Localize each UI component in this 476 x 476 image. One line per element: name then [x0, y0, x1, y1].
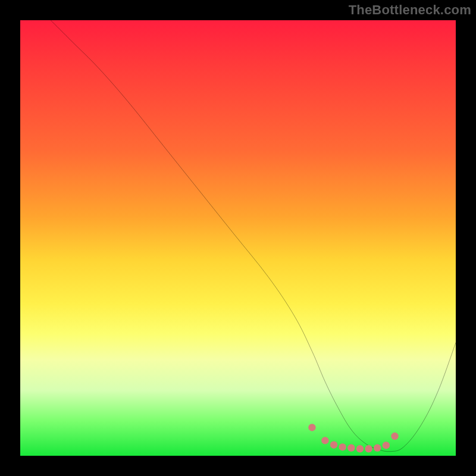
gradient-plot-area	[20, 20, 456, 456]
watermark-text: TheBottleneck.com	[349, 2, 471, 18]
chart-frame: TheBottleneck.com	[0, 0, 476, 476]
